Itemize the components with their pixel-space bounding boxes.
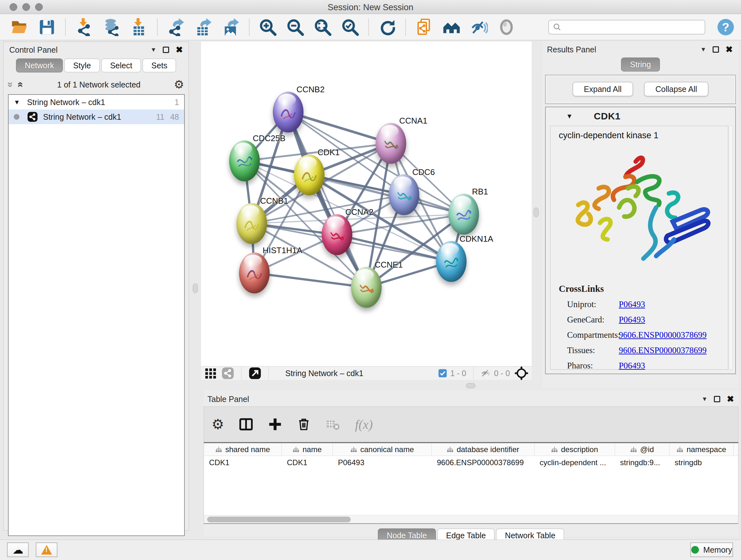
column-header-shared-name[interactable]: shared name <box>204 443 282 455</box>
table-panel-close-icon[interactable]: ✖ <box>727 395 734 403</box>
horizontal-splitter-handle[interactable] <box>466 383 475 388</box>
results-panel-float-icon[interactable] <box>713 46 719 53</box>
network-node-ccne1[interactable] <box>351 267 382 308</box>
hidden-eye-slash-icon[interactable] <box>481 368 491 378</box>
table-cell[interactable]: CDK1 <box>282 456 333 469</box>
tab-select[interactable]: Select <box>101 58 141 72</box>
detach-view-icon[interactable] <box>249 367 261 380</box>
network-from-clipboard-icon[interactable] <box>415 18 433 36</box>
control-panel-collapse-icon[interactable]: ▼ <box>151 46 157 53</box>
column-header-description[interactable]: description <box>535 443 615 455</box>
export-image-icon[interactable] <box>222 18 240 36</box>
table-row[interactable]: CDK1CDK1P064939606.ENSP00000378699cyclin… <box>204 456 738 469</box>
results-panel-close-icon[interactable]: ✖ <box>725 45 733 54</box>
control-panel-float-icon[interactable] <box>163 47 169 53</box>
table-hscrollbar-track[interactable] <box>204 515 738 523</box>
table-hscrollbar-thumb[interactable] <box>207 516 351 522</box>
column-header-database-identifier[interactable]: database identifier <box>432 443 535 455</box>
string-panel-icon[interactable] <box>221 367 234 380</box>
tab-style[interactable]: Style <box>64 58 100 72</box>
crosslink-link[interactable]: 9606.ENSP00000378699 <box>619 330 706 340</box>
left-splitter-handle[interactable] <box>193 284 198 293</box>
tab-network[interactable]: Network <box>16 58 63 72</box>
table-cell[interactable]: 9606.ENSP00000378699 <box>432 456 535 469</box>
expand-all-button[interactable]: Expand All <box>572 82 633 97</box>
entry-collapse-icon[interactable]: ▼ <box>566 112 573 120</box>
table-cell[interactable]: P06493 <box>333 456 432 469</box>
selected-checkbox-icon[interactable] <box>438 369 447 378</box>
results-scrollbar-track[interactable] <box>729 126 733 370</box>
import-network-icon[interactable] <box>75 18 93 36</box>
right-splitter-handle[interactable] <box>534 207 539 217</box>
table-cell[interactable]: stringdb <box>670 456 734 469</box>
collapse-all-button[interactable]: Collapse All <box>644 82 709 97</box>
open-session-icon[interactable] <box>10 18 28 36</box>
network-list-options-gear-icon[interactable]: ⚙ <box>174 79 184 90</box>
column-header-namespace[interactable]: namespace <box>670 443 734 455</box>
network-node-cdc25b[interactable] <box>229 140 260 181</box>
network-node-ccnb2[interactable] <box>273 91 304 132</box>
network-edge[interactable] <box>288 112 366 287</box>
tree-expand-icon[interactable]: ▼ <box>14 99 20 106</box>
import-database-icon[interactable] <box>103 18 120 36</box>
create-column-icon[interactable] <box>268 417 282 431</box>
network-node-cdk1[interactable] <box>294 154 325 195</box>
table-cell[interactable]: cyclin-dependent ... <box>535 456 615 469</box>
network-collection-row[interactable]: ▼ String Network – cdk1 1 <box>9 95 184 110</box>
expand-all-networks-icon[interactable]: » <box>6 82 16 87</box>
results-panel-collapse-icon[interactable]: ▼ <box>700 46 706 53</box>
network-node-rb1[interactable] <box>448 194 479 235</box>
string-home-icon[interactable] <box>443 18 461 36</box>
network-edge[interactable] <box>288 112 391 143</box>
network-tree: ▼ String Network – cdk1 1 String Network… <box>8 94 185 536</box>
table-panel-collapse-icon[interactable]: ▼ <box>702 395 708 402</box>
network-node-ccna1[interactable] <box>376 123 406 164</box>
table-cell[interactable]: stringdb:9... <box>615 456 670 469</box>
fit-content-crosshair-icon[interactable] <box>515 366 529 380</box>
show-hide-glass-icon[interactable] <box>470 18 488 36</box>
zoom-out-icon[interactable] <box>286 18 304 36</box>
export-table-icon[interactable] <box>194 18 212 36</box>
crosslink-link[interactable]: P06493 <box>619 300 645 309</box>
cloud-status-button[interactable]: ☁ <box>7 543 29 557</box>
birds-eye-grid-icon[interactable] <box>204 367 217 380</box>
presentation-eye-icon[interactable] <box>497 18 515 36</box>
crosslink-link[interactable]: P06493 <box>619 315 645 325</box>
column-header-name[interactable]: name <box>282 443 333 455</box>
zoom-in-icon[interactable] <box>259 18 277 36</box>
warnings-button[interactable] <box>36 543 57 557</box>
node-ribbon-image <box>381 134 401 155</box>
network-node-ccna2[interactable] <box>322 214 352 255</box>
control-panel-title: Control Panel <box>9 45 57 55</box>
table-options-gear-icon[interactable]: ⚙ <box>212 417 224 431</box>
search-input[interactable] <box>548 20 705 35</box>
column-header-id[interactable]: @id <box>615 443 670 455</box>
show-columns-icon[interactable] <box>239 417 253 432</box>
column-header-canonical-name[interactable]: canonical name <box>333 443 432 455</box>
save-session-icon[interactable] <box>38 18 56 36</box>
network-node-hist1h1a[interactable] <box>239 253 270 294</box>
tab-string[interactable]: String <box>621 57 660 71</box>
help-icon[interactable]: ? <box>717 18 735 36</box>
tab-sets[interactable]: Sets <box>142 58 176 72</box>
delete-column-icon[interactable] <box>297 417 311 431</box>
network-node-cdkn1a[interactable] <box>436 241 467 282</box>
network-node-cdc6[interactable] <box>389 174 419 215</box>
crosslink-link[interactable]: P06493 <box>619 361 645 371</box>
node-ribbon-image <box>300 165 319 186</box>
network-row-selected[interactable]: String Network – cdk1 11 48 <box>9 110 184 124</box>
network-canvas[interactable]: CCNB2CCNA1CDC25BCDK1CDC6RB1CCNB1CCNA2CDK… <box>201 42 532 366</box>
memory-button[interactable]: Memory <box>690 543 733 557</box>
table-panel-float-icon[interactable] <box>714 396 720 402</box>
zoom-fit-icon[interactable] <box>314 18 332 36</box>
network-node-ccnb1[interactable] <box>237 203 267 244</box>
control-panel-close-icon[interactable]: ✖ <box>176 46 183 54</box>
table-cell[interactable]: CDK1 <box>204 456 282 469</box>
zoom-selected-icon[interactable] <box>341 18 359 36</box>
refresh-icon[interactable] <box>378 18 396 36</box>
import-table-icon[interactable] <box>130 18 148 36</box>
collapse-all-networks-icon[interactable]: « <box>16 82 26 87</box>
crosslink-link[interactable]: 9606.ENSP00000378699 <box>619 346 706 355</box>
network-edge[interactable] <box>254 273 366 287</box>
export-network-icon[interactable] <box>167 18 185 36</box>
